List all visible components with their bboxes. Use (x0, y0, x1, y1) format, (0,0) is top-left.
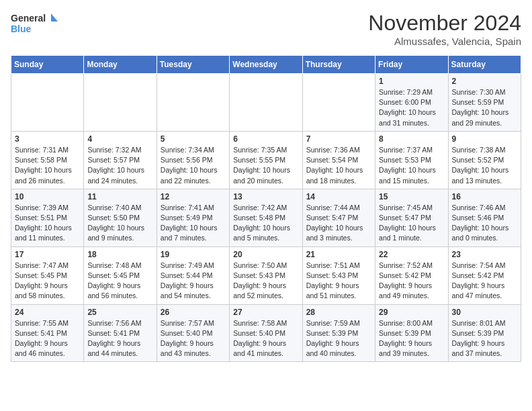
day-number: 3 (15, 134, 80, 144)
day-detail: Sunrise: 7:57 AMSunset: 5:40 PMDaylight:… (161, 318, 226, 359)
day-number: 9 (452, 134, 517, 144)
calendar-cell: 15Sunrise: 7:45 AMSunset: 5:47 PMDayligh… (375, 189, 448, 246)
weekday-header: Friday (375, 56, 448, 74)
day-detail: Sunrise: 7:54 AMSunset: 5:42 PMDaylight:… (452, 261, 517, 302)
weekday-header: Monday (84, 56, 157, 74)
calendar-cell: 20Sunrise: 7:50 AMSunset: 5:43 PMDayligh… (230, 246, 302, 304)
day-detail: Sunrise: 7:46 AMSunset: 5:46 PMDaylight:… (452, 203, 517, 244)
day-number: 20 (233, 250, 298, 259)
day-number: 26 (161, 308, 226, 317)
day-number: 17 (15, 250, 80, 259)
calendar-cell: 19Sunrise: 7:49 AMSunset: 5:44 PMDayligh… (157, 246, 229, 304)
day-number: 1 (379, 77, 444, 86)
day-number: 8 (379, 134, 444, 144)
day-detail: Sunrise: 7:40 AMSunset: 5:50 PMDaylight:… (87, 203, 152, 244)
calendar-cell: 12Sunrise: 7:41 AMSunset: 5:49 PMDayligh… (157, 189, 229, 246)
day-number: 5 (161, 134, 226, 144)
day-detail: Sunrise: 7:41 AMSunset: 5:49 PMDaylight:… (161, 203, 226, 244)
calendar-cell: 16Sunrise: 7:46 AMSunset: 5:46 PMDayligh… (448, 189, 521, 246)
day-detail: Sunrise: 7:31 AMSunset: 5:58 PMDaylight:… (15, 145, 80, 186)
calendar-cell: 28Sunrise: 7:59 AMSunset: 5:39 PMDayligh… (302, 304, 375, 362)
day-detail: Sunrise: 7:49 AMSunset: 5:44 PMDaylight:… (161, 261, 226, 302)
day-detail: Sunrise: 7:59 AMSunset: 5:39 PMDaylight:… (306, 318, 371, 359)
calendar-cell: 9Sunrise: 7:38 AMSunset: 5:52 PMDaylight… (448, 131, 521, 189)
calendar-cell: 5Sunrise: 7:34 AMSunset: 5:56 PMDaylight… (157, 131, 229, 189)
day-detail: Sunrise: 7:56 AMSunset: 5:41 PMDaylight:… (87, 318, 152, 359)
day-detail: Sunrise: 7:39 AMSunset: 5:51 PMDaylight:… (15, 203, 80, 244)
day-number: 11 (87, 192, 152, 201)
day-detail: Sunrise: 8:01 AMSunset: 5:39 PMDaylight:… (452, 318, 517, 359)
day-number: 4 (87, 134, 152, 144)
weekday-header: Wednesday (230, 56, 302, 74)
calendar-cell: 17Sunrise: 7:47 AMSunset: 5:45 PMDayligh… (11, 246, 84, 304)
day-number: 29 (379, 308, 444, 317)
calendar-cell: 13Sunrise: 7:42 AMSunset: 5:48 PMDayligh… (230, 189, 302, 246)
day-detail: Sunrise: 7:45 AMSunset: 5:47 PMDaylight:… (379, 203, 444, 244)
day-detail: Sunrise: 7:55 AMSunset: 5:41 PMDaylight:… (15, 318, 80, 359)
day-detail: Sunrise: 7:48 AMSunset: 5:45 PMDaylight:… (87, 261, 152, 302)
day-number: 10 (15, 192, 80, 201)
day-detail: Sunrise: 7:47 AMSunset: 5:45 PMDaylight:… (15, 261, 80, 302)
day-number: 27 (233, 308, 298, 317)
calendar-cell: 26Sunrise: 7:57 AMSunset: 5:40 PMDayligh… (157, 304, 229, 362)
calendar-cell: 1Sunrise: 7:29 AMSunset: 6:00 PMDaylight… (375, 74, 448, 132)
day-detail: Sunrise: 7:30 AMSunset: 5:59 PMDaylight:… (452, 87, 517, 128)
day-number: 12 (161, 192, 226, 201)
calendar-cell (230, 74, 302, 132)
day-number: 13 (233, 192, 298, 201)
day-detail: Sunrise: 7:34 AMSunset: 5:56 PMDaylight:… (161, 145, 226, 186)
calendar-cell: 11Sunrise: 7:40 AMSunset: 5:50 PMDayligh… (84, 189, 157, 246)
calendar-cell: 22Sunrise: 7:52 AMSunset: 5:42 PMDayligh… (375, 246, 448, 304)
day-detail: Sunrise: 7:32 AMSunset: 5:57 PMDaylight:… (87, 145, 152, 186)
weekday-header: Sunday (11, 56, 84, 74)
day-detail: Sunrise: 7:58 AMSunset: 5:40 PMDaylight:… (233, 318, 298, 359)
svg-text:Blue: Blue (11, 24, 32, 34)
calendar-cell: 27Sunrise: 7:58 AMSunset: 5:40 PMDayligh… (230, 304, 302, 362)
day-detail: Sunrise: 7:42 AMSunset: 5:48 PMDaylight:… (233, 203, 298, 244)
day-number: 7 (306, 134, 371, 144)
svg-text:General: General (11, 13, 46, 24)
calendar-cell (302, 74, 375, 132)
calendar-cell: 7Sunrise: 7:36 AMSunset: 5:54 PMDaylight… (302, 131, 375, 189)
logo-svg: General Blue (11, 11, 58, 36)
logo: General Blue (11, 11, 58, 36)
weekday-header: Tuesday (157, 56, 229, 74)
calendar-cell (11, 74, 84, 132)
svg-marker-2 (51, 13, 58, 21)
day-detail: Sunrise: 7:36 AMSunset: 5:54 PMDaylight:… (306, 145, 371, 186)
calendar-cell (157, 74, 229, 132)
day-detail: Sunrise: 7:51 AMSunset: 5:43 PMDaylight:… (306, 261, 371, 302)
day-number: 25 (87, 308, 152, 317)
calendar-cell: 8Sunrise: 7:37 AMSunset: 5:53 PMDaylight… (375, 131, 448, 189)
title-area: November 2024 Almussafes, Valencia, Spai… (368, 11, 521, 47)
day-detail: Sunrise: 7:38 AMSunset: 5:52 PMDaylight:… (452, 145, 517, 186)
day-number: 6 (233, 134, 298, 144)
day-detail: Sunrise: 7:35 AMSunset: 5:55 PMDaylight:… (233, 145, 298, 186)
day-number: 21 (306, 250, 371, 259)
day-detail: Sunrise: 7:29 AMSunset: 6:00 PMDaylight:… (379, 87, 444, 128)
day-number: 16 (452, 192, 517, 201)
day-number: 23 (452, 250, 517, 259)
day-detail: Sunrise: 7:52 AMSunset: 5:42 PMDaylight:… (379, 261, 444, 302)
calendar-week-row: 10Sunrise: 7:39 AMSunset: 5:51 PMDayligh… (11, 189, 521, 246)
calendar-table: SundayMondayTuesdayWednesdayThursdayFrid… (11, 55, 521, 362)
calendar-cell: 23Sunrise: 7:54 AMSunset: 5:42 PMDayligh… (448, 246, 521, 304)
calendar-cell: 4Sunrise: 7:32 AMSunset: 5:57 PMDaylight… (84, 131, 157, 189)
calendar-cell: 6Sunrise: 7:35 AMSunset: 5:55 PMDaylight… (230, 131, 302, 189)
weekday-header-row: SundayMondayTuesdayWednesdayThursdayFrid… (11, 56, 521, 74)
day-detail: Sunrise: 8:00 AMSunset: 5:39 PMDaylight:… (379, 318, 444, 359)
calendar-cell: 25Sunrise: 7:56 AMSunset: 5:41 PMDayligh… (84, 304, 157, 362)
day-number: 15 (379, 192, 444, 201)
calendar-cell: 29Sunrise: 8:00 AMSunset: 5:39 PMDayligh… (375, 304, 448, 362)
day-number: 30 (452, 308, 517, 317)
calendar-cell: 2Sunrise: 7:30 AMSunset: 5:59 PMDaylight… (448, 74, 521, 132)
day-detail: Sunrise: 7:37 AMSunset: 5:53 PMDaylight:… (379, 145, 444, 186)
weekday-header: Saturday (448, 56, 521, 74)
day-detail: Sunrise: 7:50 AMSunset: 5:43 PMDaylight:… (233, 261, 298, 302)
calendar-week-row: 24Sunrise: 7:55 AMSunset: 5:41 PMDayligh… (11, 304, 521, 362)
calendar-cell: 10Sunrise: 7:39 AMSunset: 5:51 PMDayligh… (11, 189, 84, 246)
weekday-header: Thursday (302, 56, 375, 74)
calendar-cell: 18Sunrise: 7:48 AMSunset: 5:45 PMDayligh… (84, 246, 157, 304)
calendar-week-row: 17Sunrise: 7:47 AMSunset: 5:45 PMDayligh… (11, 246, 521, 304)
calendar-cell: 21Sunrise: 7:51 AMSunset: 5:43 PMDayligh… (302, 246, 375, 304)
